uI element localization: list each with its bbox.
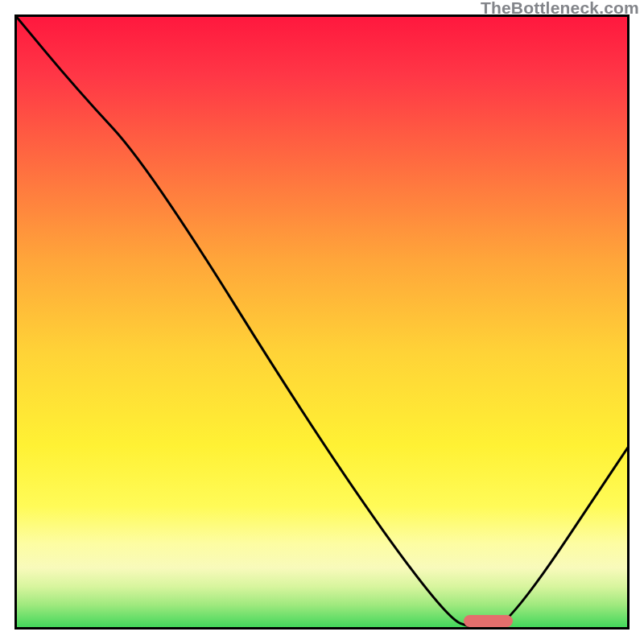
chart-background-gradient <box>14 14 630 630</box>
bottleneck-chart: TheBottleneck.com <box>0 0 644 644</box>
watermark-text: TheBottleneck.com <box>481 0 639 18</box>
